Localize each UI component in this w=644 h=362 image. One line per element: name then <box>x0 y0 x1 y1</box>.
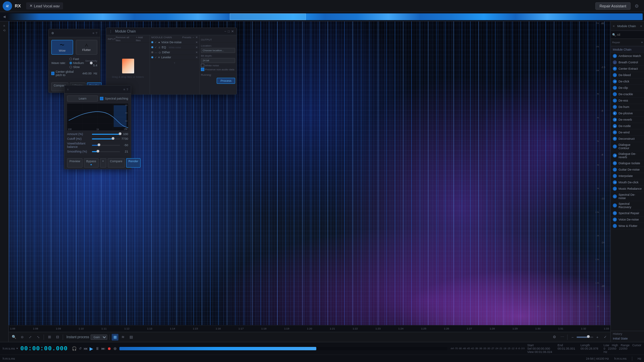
module-item-dialogue-contour[interactable]: ⌇ Dialogue Contour <box>611 142 644 151</box>
module-item-de-plosive[interactable]: ◐ De-plosive <box>611 110 644 117</box>
spectral-patching-check[interactable] <box>100 97 103 100</box>
wow-mode-button[interactable]: 〜 Wow <box>51 40 73 55</box>
pause-icon[interactable]: ⏸ <box>95 346 99 351</box>
left-tool-icon[interactable]: ≡ <box>3 24 5 27</box>
medium-radio[interactable]: Medium <box>69 61 84 65</box>
spectral-preview-btn[interactable]: Preview <box>67 158 83 168</box>
record-icon[interactable]: ⏺ <box>107 346 111 351</box>
spectral-bypass-btn[interactable]: Bypass ● <box>84 158 99 168</box>
add-files-btn[interactable]: + Add files <box>136 36 148 42</box>
bit-depth-select[interactable]: 24 bit <box>201 58 235 63</box>
spectral-menu-icon[interactable]: ≡ <box>123 88 125 91</box>
settings-tool-icon[interactable]: ⚙ <box>551 334 558 341</box>
view-toggle-icon[interactable]: ▦ <box>112 334 118 341</box>
checkmark-icon[interactable]: ✓ <box>602 334 608 341</box>
dialog-menu-icon[interactable]: ≡ <box>93 32 94 35</box>
gain-select[interactable]: Gain <box>91 335 107 340</box>
module-search-input[interactable] <box>617 33 644 37</box>
module-item-guitar-de-noise[interactable]: ♫ Guitar De-noise <box>611 167 644 173</box>
module-item-mouth-de-click[interactable]: ◈ Mouth De-click <box>611 179 644 186</box>
zoom-fit-icon[interactable]: ⤢ <box>27 334 34 341</box>
chain-x-btn[interactable]: ✕ <box>196 36 198 39</box>
chain-x-4[interactable]: ✕ <box>196 56 198 59</box>
module-item-wow-flutter[interactable]: ~ Wow & Flutter <box>611 223 644 229</box>
tab-close-icon[interactable]: ✕ <box>30 4 33 8</box>
chain-x-3[interactable]: ✕ <box>196 51 198 54</box>
learn-button[interactable]: Learn <box>67 96 98 102</box>
module-list-menu[interactable]: ≡ <box>640 24 642 28</box>
more-transport-icon[interactable]: ⊕ <box>113 346 117 351</box>
zoom-out-icon[interactable]: ⊖ <box>19 334 25 341</box>
chain-min-btn[interactable]: − <box>193 36 194 39</box>
remove-all-btn[interactable]: Remove all files <box>116 36 135 42</box>
batch-x[interactable]: ✕ <box>231 29 234 33</box>
zoom-v-icon[interactable]: ⊟ <box>54 334 61 341</box>
flutter-mode-button[interactable]: ⩑ Flutter <box>76 40 98 55</box>
spectral-render-btn[interactable]: Render <box>126 158 141 168</box>
module-item-breath-control[interactable]: ♪ Breath Control <box>611 59 644 66</box>
module-item-ambience-match[interactable]: ◎ Ambience Match <box>611 53 644 59</box>
spectrogram[interactable]: dB -2.5 -5 -8 -11 -14 -16 -20 20k 15k 10… <box>9 21 610 332</box>
module-item-de-clip[interactable]: △ De-clip <box>611 85 644 91</box>
module-item-de-ess[interactable]: ≈ De-ess <box>611 98 644 104</box>
skip-fwd-icon[interactable]: ⏭ <box>101 346 105 351</box>
collapse-icon[interactable]: ◀ <box>3 15 6 18</box>
chain-x-1[interactable]: ✕ <box>196 41 198 44</box>
settings-icon[interactable]: ⚙ <box>635 3 639 9</box>
module-item-de-wind[interactable]: ≋ De-wind <box>611 129 644 136</box>
spectral-plus-btn[interactable]: + <box>100 158 106 168</box>
module-item-de-rustle[interactable]: ◒ De-rustle <box>611 123 644 129</box>
chain-enabled-4[interactable]: ✓ <box>155 56 157 59</box>
zoom-in-h[interactable]: + <box>594 334 601 341</box>
zoom-h-icon[interactable]: ⊞ <box>46 334 53 341</box>
process-button[interactable]: Process <box>217 78 235 84</box>
amount-slider[interactable] <box>92 134 120 135</box>
waveform-overview[interactable]: ◀ <box>0 12 644 21</box>
chain-enabled-2[interactable]: ✓ <box>155 46 157 49</box>
presets-btn[interactable]: Presets <box>182 36 191 39</box>
fast-radio[interactable]: Fast <box>69 57 84 61</box>
noise-check[interactable] <box>201 64 204 67</box>
repair-assistant-button[interactable]: Repair Assistant <box>595 2 631 10</box>
module-item-de-bleed[interactable]: ◇ De-bleed <box>611 72 644 78</box>
more-tool-icon[interactable]: ⋯ <box>559 334 566 341</box>
slow-radio[interactable]: Slow <box>69 65 84 69</box>
spectral-help-icon[interactable]: ? <box>126 88 128 91</box>
chain-enabled-1[interactable]: ✓ <box>155 41 157 44</box>
module-item-de-click[interactable]: ◈ De-click <box>611 78 644 85</box>
time-format-arrow[interactable]: ▾ <box>16 347 18 350</box>
preview-check[interactable] <box>201 68 204 71</box>
module-item-de-hum[interactable]: ∿ De-hum <box>611 104 644 110</box>
zoom-in-icon[interactable]: 🔍 <box>11 334 17 341</box>
waveform-overview-display[interactable] <box>7 13 643 20</box>
vowel-slider[interactable] <box>92 145 120 146</box>
module-item-spectral-de-noise[interactable]: ≈ Spectral De-noise <box>611 192 644 201</box>
module-item-de-reverb[interactable]: ◑ De-reverb <box>611 117 644 123</box>
center-pitch-checkbox[interactable] <box>51 72 54 75</box>
module-item-spectral-repair[interactable]: ⊡ Spectral Repair <box>611 210 644 217</box>
left-zoom-icon[interactable]: ⟲ <box>3 29 6 32</box>
zoom-slider[interactable] <box>577 337 593 338</box>
spectral-compare-btn[interactable]: Compare <box>108 158 125 168</box>
headphone-icon[interactable]: 🎧 <box>72 346 77 351</box>
module-item-dialogue-isolate[interactable]: ⊟ Dialogue Isolate <box>611 160 644 167</box>
module-item-voice-de-noise[interactable]: ◎ Voice De-noise <box>611 217 644 223</box>
module-item-de-crackle[interactable]: ⋯ De-crackle <box>611 91 644 98</box>
spect-toggle-icon[interactable]: ▤ <box>128 334 135 341</box>
dialog-help-icon[interactable]: ? <box>96 32 97 35</box>
smoothing-slider[interactable] <box>92 151 120 152</box>
skip-back-icon[interactable]: ⏮ <box>84 346 88 351</box>
play-icon[interactable]: ▶ <box>90 346 93 351</box>
zoom-sel-icon[interactable]: ⤡ <box>35 334 42 341</box>
chain-enabled-3[interactable]: — <box>155 51 157 54</box>
chain-x-2[interactable]: ✕ <box>196 46 198 49</box>
batch-expand[interactable]: □ <box>228 29 230 33</box>
location-choose[interactable]: Choose location... <box>201 48 235 53</box>
wave-toggle-icon[interactable]: ≋ <box>120 334 126 341</box>
module-item-interpolate[interactable]: / Interpolate <box>611 173 644 179</box>
module-item-dialogue-de-reverb[interactable]: ◑ Dialogue De-reverb <box>611 151 644 160</box>
loop-icon[interactable]: ↺ <box>79 347 82 350</box>
module-item-center-extract[interactable]: ⊕ Center Extract <box>611 66 644 72</box>
zoom-out-h[interactable]: − <box>569 334 576 341</box>
chain-add-row[interactable]: + <box>150 60 199 66</box>
